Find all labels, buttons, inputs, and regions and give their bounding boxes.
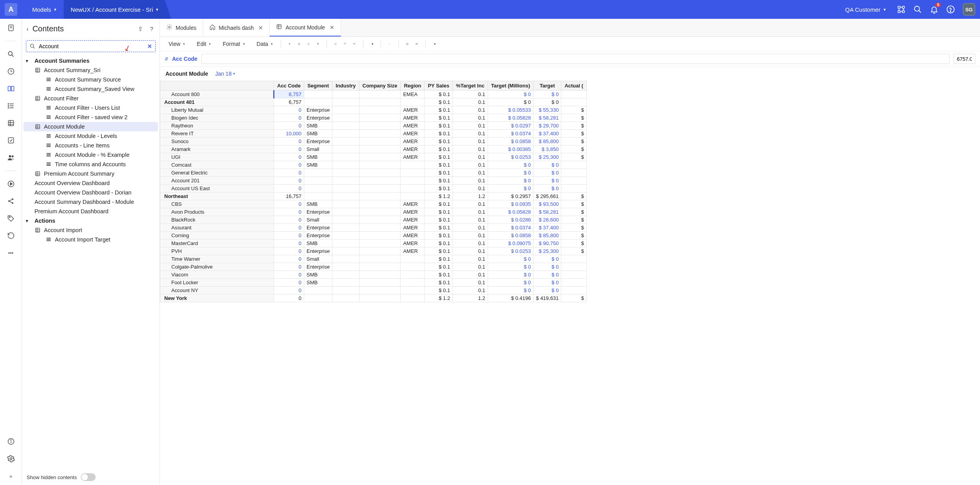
cell[interactable]: $ 0.1: [425, 224, 453, 232]
align-icon[interactable]: [305, 40, 312, 48]
cell[interactable]: [359, 114, 401, 122]
cell[interactable]: 0: [274, 122, 304, 130]
cell[interactable]: $ 0: [534, 287, 561, 294]
row-header[interactable]: Sunoco: [160, 138, 274, 145]
cell[interactable]: [359, 145, 401, 153]
cell[interactable]: 0.1: [453, 145, 488, 153]
cell[interactable]: $ 0.1: [425, 232, 453, 240]
cell[interactable]: [401, 193, 425, 200]
column-header[interactable]: PY Sales: [425, 81, 453, 91]
menu-data[interactable]: Data▾: [254, 39, 276, 49]
cell[interactable]: AMER: [401, 145, 425, 153]
cell[interactable]: $ 85,800: [534, 232, 561, 240]
cell[interactable]: [332, 193, 359, 200]
cell[interactable]: $ 0.1: [425, 240, 453, 247]
cell[interactable]: SMB: [304, 240, 332, 247]
cell[interactable]: [359, 263, 401, 271]
column-header[interactable]: Region: [401, 81, 425, 91]
cell[interactable]: [401, 161, 425, 169]
cell[interactable]: $ 0: [488, 177, 533, 185]
cell[interactable]: $ 0.1: [425, 130, 453, 138]
row-header[interactable]: Raytheon: [160, 122, 274, 130]
share-icon[interactable]: [7, 197, 15, 205]
cell[interactable]: [332, 177, 359, 185]
cell[interactable]: $ 0: [534, 255, 561, 263]
cell[interactable]: [359, 247, 401, 255]
cell[interactable]: $ 0.1: [425, 169, 453, 177]
column-header[interactable]: Acc Code: [274, 81, 304, 91]
cell-value[interactable]: [953, 54, 975, 64]
cell[interactable]: $ 0.1: [425, 98, 453, 106]
tree-item[interactable]: Account Summary Dashboard - Module: [24, 197, 158, 207]
tree-item[interactable]: Account Module - Levels: [24, 131, 158, 141]
cell[interactable]: $ 0: [488, 287, 533, 294]
cell[interactable]: SMB: [304, 161, 332, 169]
customer-dropdown[interactable]: QA Customer▾: [842, 0, 889, 19]
tree-item[interactable]: Account Import: [24, 225, 158, 235]
cell[interactable]: 0: [274, 263, 304, 271]
cell[interactable]: 0.1: [453, 91, 488, 98]
row-header[interactable]: UGI: [160, 153, 274, 161]
menu-view[interactable]: View▾: [165, 39, 188, 49]
cell[interactable]: [332, 271, 359, 279]
cell[interactable]: $ 0.1: [425, 185, 453, 193]
cell[interactable]: $: [561, 216, 587, 224]
cell[interactable]: $ 0.1: [425, 208, 453, 216]
cell[interactable]: 6,757: [274, 98, 304, 106]
cell[interactable]: $ 0.05533: [488, 106, 533, 114]
cell[interactable]: [359, 185, 401, 193]
cell[interactable]: $ 58,281: [534, 114, 561, 122]
cell[interactable]: [359, 271, 401, 279]
cell[interactable]: [332, 232, 359, 240]
cell[interactable]: $ 25,300: [534, 153, 561, 161]
cell[interactable]: $ 0: [488, 161, 533, 169]
tree-item[interactable]: Premium Account Summary: [24, 169, 158, 178]
cell[interactable]: $: [561, 208, 587, 216]
tree-item[interactable]: Premium Account Dashboard: [24, 207, 158, 216]
cell[interactable]: 0.1: [453, 138, 488, 145]
cell[interactable]: 0.1: [453, 153, 488, 161]
cell[interactable]: [332, 224, 359, 232]
cell[interactable]: Enterprise: [304, 138, 332, 145]
cell[interactable]: $ 0.1: [425, 216, 453, 224]
cell[interactable]: Enterprise: [304, 247, 332, 255]
tasks-icon[interactable]: [7, 136, 15, 145]
cell[interactable]: $ 0.1: [425, 138, 453, 145]
cell[interactable]: $ 0: [488, 255, 533, 263]
cell[interactable]: $: [561, 232, 587, 240]
cell[interactable]: SMB: [304, 271, 332, 279]
cell[interactable]: [561, 271, 587, 279]
menu-edit[interactable]: Edit▾: [194, 39, 214, 49]
cell[interactable]: 0: [274, 138, 304, 145]
collapse-panel-icon[interactable]: ‹: [27, 26, 29, 32]
cell[interactable]: 0.1: [453, 114, 488, 122]
cell[interactable]: 0: [274, 153, 304, 161]
cell[interactable]: 0: [274, 169, 304, 177]
row-header[interactable]: Corning: [160, 232, 274, 240]
cell[interactable]: $ 0.0253: [488, 153, 533, 161]
cell[interactable]: $ 0: [488, 271, 533, 279]
cell[interactable]: [332, 153, 359, 161]
cell[interactable]: $: [561, 193, 587, 200]
cell[interactable]: 0: [274, 106, 304, 114]
select-icon[interactable]: [286, 40, 294, 48]
cell[interactable]: Enterprise: [304, 263, 332, 271]
cell[interactable]: $ 0.00385: [488, 145, 533, 153]
cell[interactable]: [304, 193, 332, 200]
cell[interactable]: AMER: [401, 153, 425, 161]
tree-item[interactable]: Account Summary Source: [24, 75, 158, 84]
cell[interactable]: SMB: [304, 122, 332, 130]
cell[interactable]: $ 0.1: [425, 200, 453, 208]
cell[interactable]: 0.1: [453, 216, 488, 224]
cell[interactable]: 0.1: [453, 177, 488, 185]
cell[interactable]: SMB: [304, 279, 332, 287]
expand-icon[interactable]: »: [7, 472, 15, 480]
cell[interactable]: [304, 98, 332, 106]
row-header[interactable]: MasterCard: [160, 240, 274, 247]
clock-icon[interactable]: [7, 67, 15, 76]
cell[interactable]: [359, 224, 401, 232]
cell[interactable]: [359, 138, 401, 145]
cell[interactable]: [332, 240, 359, 247]
app-logo[interactable]: A: [5, 3, 17, 16]
fullscreen-icon[interactable]: [413, 40, 421, 48]
